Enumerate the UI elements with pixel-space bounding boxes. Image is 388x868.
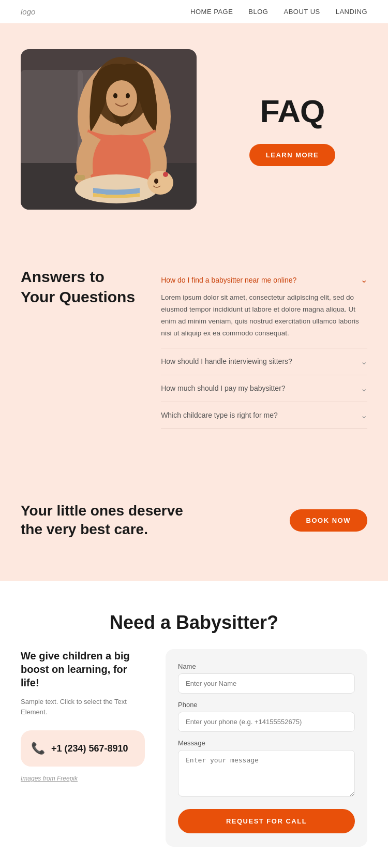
contact-right: Name Phone Message REQUEST FOR CALL [166, 649, 367, 847]
contact-left: We give children a big boost on learning… [21, 649, 145, 783]
cta-section: Your little ones deserve the very best c… [0, 460, 388, 581]
nav-about[interactable]: ABOUT US [283, 8, 320, 16]
faq-question-row-2[interactable]: How should I handle interviewing sitters… [161, 357, 367, 366]
contact-form-card: Name Phone Message REQUEST FOR CALL [166, 649, 367, 847]
nav-links: HOME PAGE BLOG ABOUT US LANDING [190, 8, 367, 16]
svg-point-6 [106, 80, 137, 116]
navbar: logo HOME PAGE BLOG ABOUT US LANDING [0, 0, 388, 23]
message-group: Message [178, 739, 355, 799]
nav-home[interactable]: HOME PAGE [190, 8, 233, 16]
faq-item-1: How do I find a babysitter near me onlin… [161, 267, 367, 348]
faq-items: How do I find a babysitter near me onlin… [161, 267, 367, 429]
svg-point-11 [75, 174, 158, 203]
hero-title: FAQ [260, 93, 324, 129]
svg-rect-1 [21, 70, 83, 173]
name-input[interactable] [178, 673, 355, 694]
faq-question-1: How do I find a babysitter near me onlin… [161, 276, 296, 284]
faq-answer-1: Lorem ipsum dolor sit amet, consectetur … [161, 292, 367, 340]
contact-tagline: We give children a big boost on learning… [21, 649, 145, 689]
svg-rect-15 [76, 175, 85, 180]
faq-question-3: How much should I pay my babysitter? [161, 384, 285, 392]
book-now-button[interactable]: BOOK NOW [290, 509, 367, 532]
chevron-down-icon-2: ⌄ [361, 357, 367, 366]
svg-point-14 [163, 172, 168, 177]
faq-section: Answers to Your Questions How do I find … [0, 241, 388, 460]
faq-question-row-3[interactable]: How much should I pay my babysitter? ⌄ [161, 384, 367, 393]
chevron-down-icon-3: ⌄ [361, 384, 367, 393]
faq-question-4: Which childcare type is right for me? [161, 411, 278, 419]
phone-number: +1 (234) 567-8910 [51, 743, 128, 754]
message-label: Message [178, 739, 355, 747]
hero-section: FAQ LEARN MORE [0, 23, 388, 241]
svg-point-7 [113, 93, 117, 98]
logo: logo [21, 7, 35, 16]
faq-heading: Answers to Your Questions [21, 267, 135, 307]
phone-icon: 📞 [31, 742, 45, 755]
svg-point-13 [154, 179, 158, 184]
message-textarea[interactable] [178, 750, 355, 797]
contact-heading: Need a Babysitter? [21, 612, 367, 634]
chevron-down-icon-4: ⌄ [361, 410, 367, 420]
cta-text: Your little ones deserve the very best c… [21, 502, 183, 539]
chevron-up-icon-1: ⌄ [361, 275, 367, 285]
hero-image [21, 49, 197, 210]
name-label: Name [178, 663, 355, 670]
faq-question-2: How should I handle interviewing sitters… [161, 357, 292, 365]
svg-point-8 [126, 93, 130, 98]
faq-question-row-1[interactable]: How do I find a babysitter near me onlin… [161, 275, 367, 285]
nav-blog[interactable]: BLOG [248, 8, 268, 16]
phone-group: Phone [178, 701, 355, 732]
learn-more-button[interactable]: LEARN MORE [249, 144, 335, 166]
phone-card: 📞 +1 (234) 567-8910 [21, 730, 145, 767]
contact-section: Need a Babysitter? We give children a bi… [0, 581, 388, 868]
request-call-button[interactable]: REQUEST FOR CALL [178, 809, 355, 833]
faq-item-4: Which childcare type is right for me? ⌄ [161, 402, 367, 429]
phone-label: Phone [178, 701, 355, 709]
freepik-credit: Images from Freepik [21, 775, 145, 782]
faq-question-row-4[interactable]: Which childcare type is right for me? ⌄ [161, 410, 367, 420]
svg-point-12 [147, 171, 173, 195]
phone-input[interactable] [178, 712, 355, 732]
faq-item-3: How much should I pay my babysitter? ⌄ [161, 375, 367, 402]
contact-sample-text: Sample text. Click to select the Text El… [21, 697, 145, 718]
name-group: Name [178, 663, 355, 694]
nav-landing[interactable]: LANDING [336, 8, 367, 16]
hero-content: FAQ LEARN MORE [217, 93, 367, 166]
faq-item-2: How should I handle interviewing sitters… [161, 348, 367, 375]
